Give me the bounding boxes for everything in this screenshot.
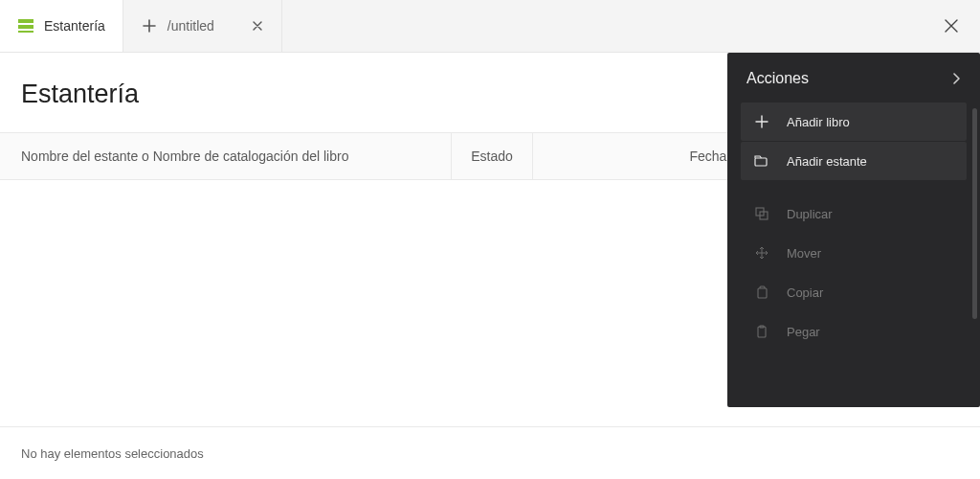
svg-rect-1 [18, 25, 33, 29]
action-add-book-label: Añadir libro [787, 115, 850, 129]
action-add-book[interactable]: Añadir libro [741, 103, 967, 141]
folder-plus-icon [754, 153, 769, 169]
tab-shelf-label: Estantería [44, 18, 105, 34]
status-bar: No hay elementos seleccionados [0, 426, 980, 479]
svg-rect-10 [758, 327, 766, 337]
close-button[interactable] [936, 0, 967, 52]
column-header-name[interactable]: Nombre del estante o Nombre de catalogac… [0, 133, 452, 179]
actions-panel-body: Añadir libro Añadir estante Duplicar Mov… [727, 103, 980, 407]
action-copy: Copiar [741, 273, 967, 311]
column-header-status[interactable]: Estado [452, 133, 533, 179]
actions-panel-header: Acciones [727, 53, 980, 103]
svg-rect-2 [18, 31, 33, 33]
action-duplicate-label: Duplicar [787, 207, 833, 221]
svg-rect-0 [18, 19, 33, 23]
action-move: Mover [741, 234, 967, 272]
action-add-shelf[interactable]: Añadir estante [741, 142, 967, 180]
plus-icon [754, 114, 769, 129]
duplicate-icon [754, 206, 769, 221]
scrollbar-thumb[interactable] [972, 108, 977, 319]
shelf-icon [17, 17, 34, 34]
actions-panel: Acciones Añadir libro Añadir estante [727, 53, 980, 407]
tab-shelf[interactable]: Estantería [0, 0, 123, 52]
tab-bar: Estantería /untitled [0, 0, 980, 53]
status-text: No hay elementos seleccionados [21, 446, 204, 461]
action-copy-label: Copiar [787, 285, 823, 300]
action-move-label: Mover [787, 246, 821, 261]
action-paste-label: Pegar [787, 325, 820, 339]
move-icon [754, 245, 769, 261]
tab-untitled-label: /untitled [167, 18, 214, 34]
action-add-shelf-label: Añadir estante [787, 154, 867, 169]
action-paste: Pegar [741, 312, 967, 351]
paste-icon [754, 324, 769, 339]
actions-panel-title: Acciones [746, 70, 809, 87]
page-title: Estantería [21, 80, 139, 109]
svg-rect-6 [755, 158, 767, 166]
plus-icon [141, 17, 158, 34]
svg-rect-9 [758, 288, 767, 298]
copy-icon [754, 285, 769, 300]
tab-untitled-close[interactable] [251, 19, 264, 33]
tab-untitled[interactable]: /untitled [123, 0, 282, 52]
action-duplicate: Duplicar [741, 194, 967, 233]
chevron-right-icon[interactable] [951, 73, 961, 84]
